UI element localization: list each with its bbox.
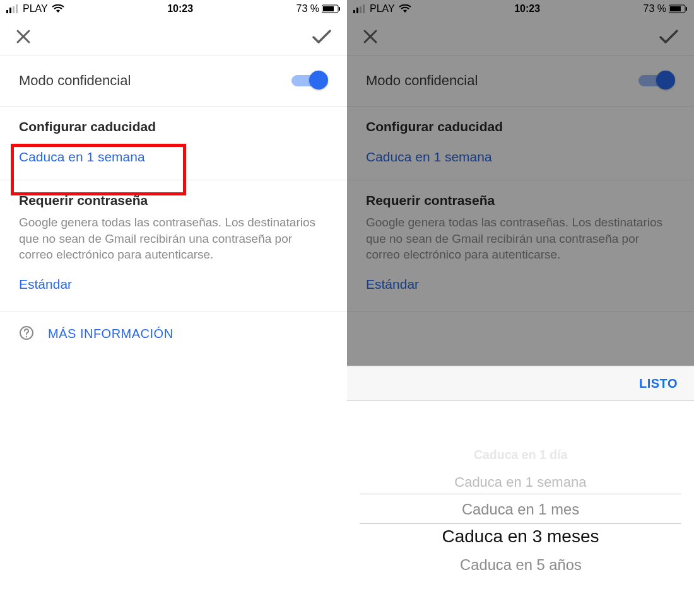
svg-rect-1 xyxy=(9,8,11,13)
picker-option[interactable]: Caduca en 1 mes xyxy=(462,496,579,522)
more-info-row[interactable]: MÁS INFORMACIÓN xyxy=(0,311,347,357)
more-info-link[interactable]: MÁS INFORMACIÓN xyxy=(48,327,174,341)
expiry-section: Configurar caducidad Caduca en 1 semana xyxy=(0,107,347,180)
modal-header xyxy=(0,18,347,55)
signal-icon xyxy=(6,4,19,13)
expiry-value-link[interactable]: Caduca en 1 semana xyxy=(19,149,145,165)
carrier-label: PLAY xyxy=(23,3,48,15)
picker-toolbar: LISTO xyxy=(347,366,694,401)
confidential-label: Modo confidencial xyxy=(19,73,131,89)
picker-option[interactable]: Caduca en 5 años xyxy=(460,551,582,578)
wifi-icon xyxy=(52,4,64,13)
close-icon[interactable] xyxy=(15,28,32,45)
toggle-switch[interactable] xyxy=(291,71,328,91)
phone-right: PLAY 10:23 73 % Modo confidencial xyxy=(347,0,694,616)
password-section: Requerir contraseña Google genera todas … xyxy=(0,180,347,311)
status-time: 10:23 xyxy=(167,3,193,15)
phone-left: PLAY 10:23 73 % Modo confidencial xyxy=(0,0,347,616)
svg-rect-6 xyxy=(339,7,340,11)
picker-wheel[interactable]: Caduca en 1 día Caduca en 1 semana Caduc… xyxy=(347,401,694,616)
help-icon xyxy=(19,325,34,343)
picker-option[interactable]: Caduca en 1 semana xyxy=(454,469,586,494)
password-value-link[interactable]: Estándar xyxy=(19,277,72,292)
status-bar: PLAY 10:23 73 % xyxy=(0,0,347,18)
confidential-toggle-row[interactable]: Modo confidencial xyxy=(0,55,347,107)
password-desc: Google genera todas las contraseñas. Los… xyxy=(19,214,328,263)
svg-point-8 xyxy=(26,336,27,337)
expiry-title: Configurar caducidad xyxy=(19,119,328,134)
svg-rect-5 xyxy=(323,6,334,11)
dim-overlay xyxy=(347,0,694,366)
svg-rect-0 xyxy=(6,10,8,13)
picker-option-selected[interactable]: Caduca en 3 meses xyxy=(442,523,599,550)
picker-option[interactable]: Caduca en 1 día xyxy=(474,443,567,465)
svg-rect-2 xyxy=(13,6,15,13)
svg-rect-3 xyxy=(16,4,18,13)
check-icon[interactable] xyxy=(312,28,332,45)
battery-icon xyxy=(322,4,341,13)
battery-percent: 73 % xyxy=(297,3,319,15)
picker-done-button[interactable]: LISTO xyxy=(639,376,678,391)
password-title: Requerir contraseña xyxy=(19,193,328,208)
